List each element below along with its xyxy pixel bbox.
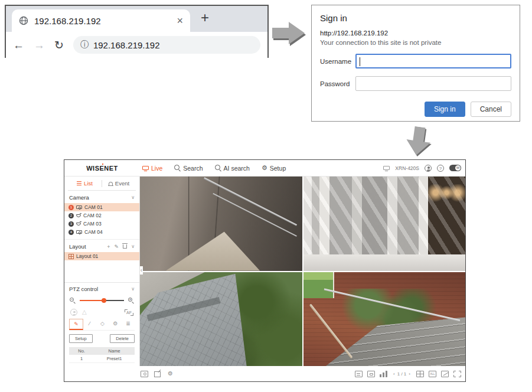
browser-toolbar: ← → ↻ ⓘ 192.168.219.192 [6, 32, 267, 58]
sidebar-collapse-handle[interactable]: ‹ [140, 266, 143, 275]
bell-icon [109, 182, 113, 185]
sidebar-tab-event[interactable]: Event [102, 180, 136, 187]
username-field[interactable] [355, 54, 511, 68]
ptz-section-title: PTZ control [69, 286, 98, 292]
channel-info-icon[interactable] [367, 371, 375, 377]
close-tab-icon[interactable]: × [177, 15, 183, 26]
tab-search[interactable]: Search [174, 165, 203, 172]
username-label: Username [320, 58, 355, 65]
bottom-toolbar: ⚙ ‹ 1 / 1 › ALL [64, 366, 465, 381]
zoom-in-icon[interactable]: + [128, 298, 134, 303]
sidebar: List Event Camera ∨ 1 CAM 01 [64, 177, 140, 366]
preset-table: No. Name 1 Preset1 [69, 347, 135, 363]
tab-ai-search[interactable]: AI search [215, 165, 250, 172]
chevron-down-icon[interactable]: ∨ [131, 195, 135, 200]
layout-item-1[interactable]: Layout 01 [64, 252, 139, 260]
next-page-icon[interactable]: › [409, 371, 410, 377]
sidebar-tab-list[interactable]: List [68, 180, 102, 187]
new-tab-button[interactable]: + [201, 11, 209, 25]
camera-item-4[interactable]: 4 CAM 04 [64, 228, 139, 236]
osd-icon[interactable] [355, 371, 363, 377]
ptz-panel: PTZ control ∨ − + △ AF [64, 282, 139, 366]
lobby-floor [303, 254, 466, 270]
back-icon[interactable]: ← [13, 40, 24, 51]
device-model: XRN-420S [395, 165, 419, 171]
preset-delete-button[interactable]: Delete [110, 334, 135, 343]
autofocus-icon[interactable]: AF [125, 309, 133, 316]
status-icon[interactable] [380, 371, 387, 377]
chevron-down-icon[interactable]: ∨ [131, 287, 135, 292]
layout-section-title: Layout [69, 243, 86, 250]
app-header: WISENET Live Search AI search ⚙ Setup [64, 160, 465, 177]
video-grid [140, 177, 465, 366]
cancel-button[interactable]: Cancel [471, 102, 511, 117]
video-tile-cam03-walkway[interactable] [140, 272, 302, 367]
preset-col-no: No. [69, 348, 94, 354]
camera-item-2[interactable]: 2 CAM 02 [64, 211, 139, 220]
arrow-down [404, 125, 434, 159]
zoom-slider[interactable] [80, 300, 124, 301]
all-channels-icon[interactable]: ALL [429, 371, 436, 377]
password-field[interactable] [355, 76, 511, 91]
address-bar[interactable]: ⓘ 192.168.219.192 [73, 36, 260, 54]
viewer-toggle[interactable]: W [449, 165, 461, 171]
help-icon[interactable]: ? [437, 165, 444, 172]
video-tile-cam02-lobby[interactable] [303, 177, 466, 271]
stream-settings-icon[interactable]: ⚙ [168, 371, 173, 377]
camera-item-1[interactable]: 1 CAM 01 [64, 203, 139, 211]
ptz-tab-preset[interactable]: ✎ [69, 319, 83, 330]
export-icon[interactable] [154, 371, 162, 377]
tab-setup[interactable]: ⚙ Setup [262, 165, 286, 172]
ptz-tab-tour[interactable]: ⚙ [109, 319, 122, 330]
camera-item-3[interactable]: 3 CAM 03 [64, 220, 139, 228]
edit-layout-icon[interactable]: ✎ [115, 244, 119, 250]
delete-layout-icon[interactable] [123, 244, 127, 249]
ptz-tab-trace[interactable]: ≣ [122, 319, 135, 330]
grid-layout-icon [68, 254, 74, 259]
aspect-ratio-icon[interactable] [441, 371, 449, 377]
preset-row[interactable]: 1 Preset1 [69, 355, 135, 363]
tab-live[interactable]: Live [142, 165, 162, 172]
gear-icon: ⚙ [262, 165, 267, 171]
box-camera-icon [76, 205, 82, 209]
lobby-ceiling-lights [428, 184, 465, 213]
main-nav: Live Search AI search ⚙ Setup [142, 165, 286, 172]
prev-page-icon[interactable]: ‹ [393, 371, 395, 377]
toggle-knob: W [455, 165, 461, 171]
signin-button[interactable]: Sign in [425, 102, 465, 117]
screenshot-canvas: 192.168.219.192 × + ← → ↻ ⓘ 192.168.219.… [0, 0, 532, 392]
forward-icon[interactable]: → [34, 40, 45, 51]
browser-tab[interactable]: 192.168.219.192 × [12, 9, 190, 32]
ai-search-icon [215, 165, 221, 171]
info-icon[interactable]: ⓘ [80, 40, 89, 50]
zoom-slider-knob[interactable] [102, 298, 106, 303]
globe-icon [19, 16, 28, 25]
arrow-right [272, 21, 306, 49]
split-layout-icon[interactable] [416, 371, 424, 377]
device-monitor-icon [383, 166, 390, 170]
channel-badge: 1 [68, 205, 74, 210]
page-indicator: 1 / 1 [397, 371, 407, 377]
add-layout-icon[interactable]: + [107, 244, 110, 250]
preset-col-name: Name [94, 348, 135, 354]
reload-icon[interactable]: ↻ [54, 40, 64, 51]
address-text: 192.168.219.192 [93, 40, 160, 50]
fullscreen-icon[interactable] [453, 371, 461, 377]
dialog-title: Sign in [320, 13, 511, 23]
video-tile-cam01-elevator[interactable] [140, 177, 302, 271]
channel-badge: 2 [68, 213, 74, 218]
zoom-out-icon[interactable]: − [70, 298, 76, 303]
ptz-camera-icon [76, 214, 81, 217]
capture-icon[interactable] [141, 371, 148, 377]
search-icon [174, 165, 181, 171]
user-account-icon[interactable] [425, 165, 432, 172]
video-tile-cam04-stairs[interactable] [303, 272, 466, 367]
channel-badge: 3 [68, 221, 74, 227]
preset-setup-button[interactable]: Setup [69, 334, 93, 343]
channel-badge: 4 [68, 230, 74, 235]
ptz-tab-swing[interactable]: ∕ [83, 319, 96, 330]
ptz-tab-group[interactable]: ◇ [96, 319, 109, 330]
chevron-down-icon[interactable]: ∨ [131, 244, 135, 249]
signin-dialog: Sign in http://192.168.219.192 Your conn… [311, 5, 520, 122]
browser-window: 192.168.219.192 × + ← → ↻ ⓘ 192.168.219.… [5, 5, 269, 58]
